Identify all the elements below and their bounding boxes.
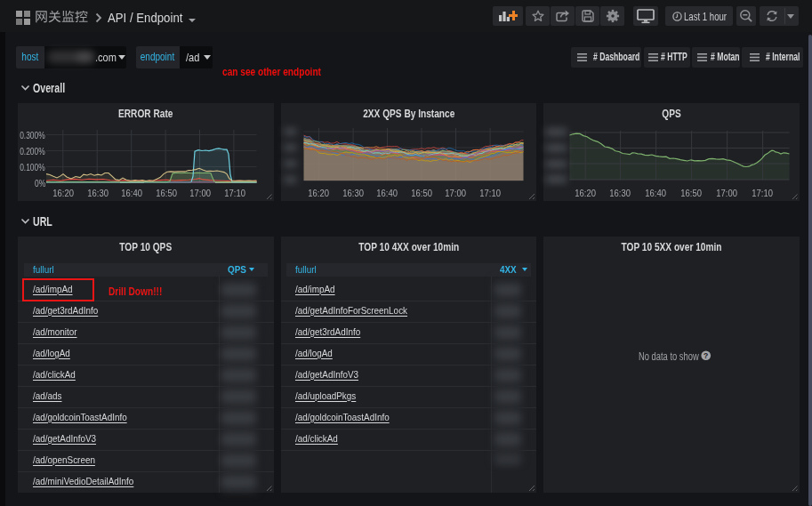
svg-text:?: ? — [703, 351, 708, 360]
